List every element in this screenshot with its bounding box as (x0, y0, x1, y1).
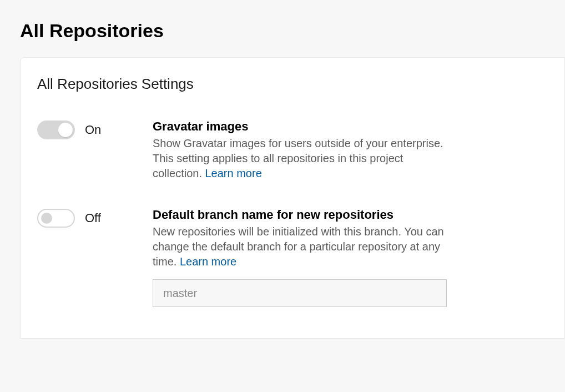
setting-body: Gravatar images Show Gravatar images for… (153, 119, 452, 181)
setting-default-branch: Off Default branch name for new reposito… (37, 208, 564, 307)
default-branch-description: New repositories will be initialized wit… (153, 224, 452, 269)
setting-gravatar: On Gravatar images Show Gravatar images … (37, 119, 564, 181)
toggle-container: On (37, 119, 153, 139)
default-branch-toggle[interactable] (37, 209, 75, 228)
card-title: All Repositories Settings (37, 76, 564, 93)
page-title: All Repositories (20, 20, 565, 42)
gravatar-desc-text: Show Gravatar images for users outside o… (153, 137, 443, 179)
setting-body: Default branch name for new repositories… (153, 208, 452, 307)
gravatar-description: Show Gravatar images for users outside o… (153, 136, 452, 181)
gravatar-toggle-label: On (85, 123, 101, 137)
default-branch-input[interactable] (153, 279, 447, 307)
gravatar-learn-more-link[interactable]: Learn more (205, 167, 262, 179)
default-branch-toggle-label: Off (85, 211, 101, 225)
gravatar-toggle[interactable] (37, 120, 75, 139)
toggle-knob (58, 123, 73, 137)
default-branch-learn-more-link[interactable]: Learn more (180, 255, 236, 268)
default-branch-title: Default branch name for new repositories (153, 208, 452, 222)
settings-card: All Repositories Settings On Gravatar im… (20, 57, 565, 339)
toggle-container: Off (37, 208, 153, 228)
gravatar-title: Gravatar images (153, 119, 452, 134)
toggle-knob (41, 213, 52, 224)
